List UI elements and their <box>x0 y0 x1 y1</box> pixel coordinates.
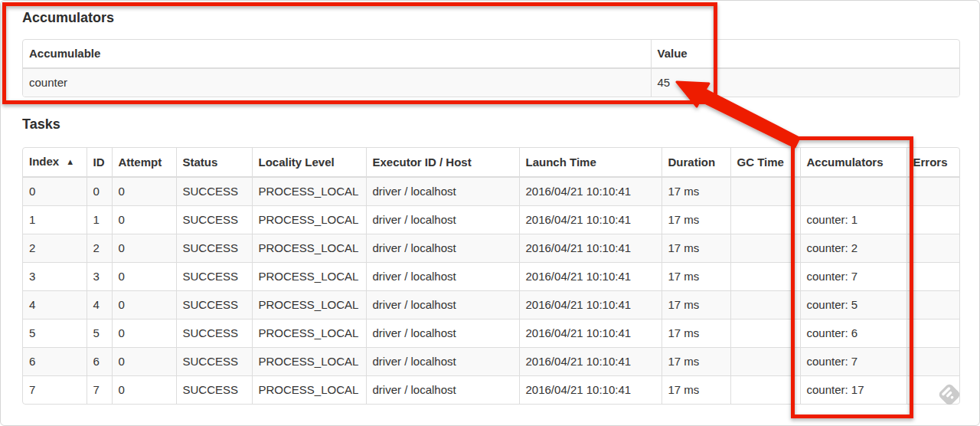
duration-cell: 17 ms <box>662 234 730 263</box>
errors-cell <box>906 234 960 263</box>
gc-time-cell <box>730 177 800 206</box>
launch-time-cell: 2016/04/21 10:10:41 <box>519 376 662 405</box>
locality-level-cell: PROCESS_LOCAL <box>252 348 366 376</box>
executor-id-host-cell: driver / localhost <box>366 177 519 206</box>
attempt-column-header[interactable]: Attempt <box>112 148 176 177</box>
status-cell: SUCCESS <box>176 206 252 234</box>
table-row: 550SUCCESSPROCESS_LOCALdriver / localhos… <box>23 320 960 348</box>
attempt-cell: 0 <box>112 320 176 348</box>
duration-column-header[interactable]: Duration <box>662 148 730 177</box>
id-cell: 6 <box>87 348 112 376</box>
executor-id-host-column-header[interactable]: Executor ID / Host <box>366 148 519 177</box>
spark-stage-details-page: Accumulators Accumulable Value counter45… <box>0 0 980 426</box>
attempt-cell: 0 <box>112 291 176 320</box>
accumulators-cell <box>800 177 906 206</box>
table-row: 440SUCCESSPROCESS_LOCALdriver / localhos… <box>23 291 960 320</box>
status-cell: SUCCESS <box>176 320 252 348</box>
accumulators-cell: counter: 2 <box>800 234 906 263</box>
index-cell: 0 <box>23 177 87 206</box>
index-header-label: Index <box>29 155 59 168</box>
attempt-cell: 0 <box>112 234 176 263</box>
launch-time-cell: 2016/04/21 10:10:41 <box>519 177 662 206</box>
id-cell: 4 <box>87 291 112 320</box>
launch-time-cell: 2016/04/21 10:10:41 <box>519 291 662 320</box>
status-cell: SUCCESS <box>176 234 252 263</box>
gc-time-cell <box>730 376 800 405</box>
attempt-cell: 0 <box>112 348 176 376</box>
index-cell: 2 <box>23 234 87 263</box>
duration-cell: 17 ms <box>662 263 730 291</box>
index-column-header[interactable]: Index▲ <box>23 148 87 177</box>
value-column-header[interactable]: Value <box>651 40 960 68</box>
launch-time-cell: 2016/04/21 10:10:41 <box>519 206 662 234</box>
accumulators-column-header[interactable]: Accumulators <box>800 148 906 177</box>
id-column-header[interactable]: ID <box>87 148 112 177</box>
errors-cell <box>906 177 960 206</box>
accumulators-heading: Accumulators <box>22 10 114 26</box>
locality-level-column-header[interactable]: Locality Level <box>252 148 366 177</box>
errors-cell <box>906 291 960 320</box>
errors-cell <box>906 206 960 234</box>
gc-time-cell <box>730 206 800 234</box>
locality-level-cell: PROCESS_LOCAL <box>252 263 366 291</box>
gc-time-column-header[interactable]: GC Time <box>730 148 800 177</box>
page-content: Accumulators Accumulable Value counter45… <box>22 1 960 426</box>
status-cell: SUCCESS <box>176 348 252 376</box>
accumulators-cell: counter: 5 <box>800 291 906 320</box>
tasks-table-grid: Index▲ ID Attempt Status Locality Level … <box>23 148 960 404</box>
table-row: counter45 <box>23 68 960 97</box>
status-cell: SUCCESS <box>176 177 252 206</box>
duration-cell: 17 ms <box>662 291 730 320</box>
accumulators-cell: counter: 17 <box>800 376 906 405</box>
errors-column-header[interactable]: Errors <box>906 148 960 177</box>
accumulable-column-header[interactable]: Accumulable <box>23 40 651 68</box>
executor-id-host-cell: driver / localhost <box>366 263 519 291</box>
launch-time-cell: 2016/04/21 10:10:41 <box>519 263 662 291</box>
accumulators-cell: counter: 6 <box>800 320 906 348</box>
accumulators-cell: counter: 7 <box>800 263 906 291</box>
attempt-cell: 0 <box>112 376 176 405</box>
id-cell: 2 <box>87 234 112 263</box>
executor-id-host-cell: driver / localhost <box>366 206 519 234</box>
errors-cell <box>906 263 960 291</box>
gc-time-cell <box>730 320 800 348</box>
errors-cell <box>906 320 960 348</box>
table-row: 110SUCCESSPROCESS_LOCALdriver / localhos… <box>23 206 960 234</box>
table-row: 220SUCCESSPROCESS_LOCALdriver / localhos… <box>23 234 960 263</box>
errors-cell <box>906 348 960 376</box>
locality-level-cell: PROCESS_LOCAL <box>252 234 366 263</box>
locality-level-cell: PROCESS_LOCAL <box>252 291 366 320</box>
status-column-header[interactable]: Status <box>176 148 252 177</box>
executor-id-host-cell: driver / localhost <box>366 320 519 348</box>
duration-cell: 17 ms <box>662 376 730 405</box>
table-row: 770SUCCESSPROCESS_LOCALdriver / localhos… <box>23 376 960 405</box>
id-cell: 3 <box>87 263 112 291</box>
launch-time-cell: 2016/04/21 10:10:41 <box>519 320 662 348</box>
table-row: 000SUCCESSPROCESS_LOCALdriver / localhos… <box>23 177 960 206</box>
gc-time-cell <box>730 234 800 263</box>
value-cell: 45 <box>651 68 960 97</box>
accumulators-table-body: counter45 <box>23 68 960 97</box>
duration-cell: 17 ms <box>662 348 730 376</box>
gc-time-cell <box>730 291 800 320</box>
tasks-table-body: 000SUCCESSPROCESS_LOCALdriver / localhos… <box>23 177 960 404</box>
index-cell: 1 <box>23 206 87 234</box>
tasks-heading: Tasks <box>22 116 60 133</box>
gc-time-cell <box>730 263 800 291</box>
launch-time-cell: 2016/04/21 10:10:41 <box>519 348 662 376</box>
duration-cell: 17 ms <box>662 206 730 234</box>
accumulators-table-grid: Accumulable Value counter45 <box>23 40 960 97</box>
attempt-cell: 0 <box>112 177 176 206</box>
index-cell: 4 <box>23 291 87 320</box>
executor-id-host-cell: driver / localhost <box>366 376 519 405</box>
launch-time-column-header[interactable]: Launch Time <box>519 148 662 177</box>
executor-id-host-cell: driver / localhost <box>366 348 519 376</box>
executor-id-host-cell: driver / localhost <box>366 291 519 320</box>
id-cell: 1 <box>87 206 112 234</box>
launch-time-cell: 2016/04/21 10:10:41 <box>519 234 662 263</box>
accumulators-cell: counter: 1 <box>800 206 906 234</box>
gc-time-cell <box>730 348 800 376</box>
status-cell: SUCCESS <box>176 263 252 291</box>
table-header-row: Index▲ ID Attempt Status Locality Level … <box>23 148 960 177</box>
duration-cell: 17 ms <box>662 320 730 348</box>
